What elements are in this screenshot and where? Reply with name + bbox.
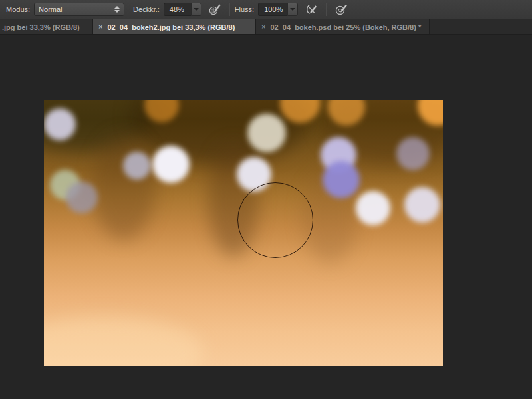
document-tab[interactable]: ×02_04_bokeh2.jpg bei 33,3% (RGB/8): [93, 19, 256, 35]
tablet-pressure-size-icon[interactable]: [333, 1, 349, 17]
tab-label: 02_04_bokeh2.jpg bei 33,3% (RGB/8): [107, 23, 235, 31]
mode-label: Modus:: [6, 5, 30, 13]
bokeh-light-circle: [323, 161, 360, 198]
bokeh-light-circle: [247, 114, 286, 152]
bokeh-light-circle: [123, 152, 151, 180]
tablet-pressure-opacity-icon[interactable]: [207, 1, 223, 17]
bokeh-light-circle: [66, 182, 98, 213]
opacity-label: Deckkr.:: [133, 5, 160, 13]
flow-dropdown-button[interactable]: [287, 3, 298, 16]
tab-close-icon[interactable]: ×: [98, 23, 102, 31]
document-tabbar: .jpg bei 33,3% (RGB/8)×02_04_bokeh2.jpg …: [0, 19, 532, 35]
bokeh-light-circle: [404, 187, 440, 223]
opacity-value: 48%: [170, 5, 184, 13]
tab-label: .jpg bei 33,3% (RGB/8): [2, 23, 80, 31]
chevron-updown-icon: [114, 6, 120, 13]
bokeh-photo-shadow: [92, 134, 156, 240]
blend-mode-value: Normal: [39, 5, 114, 13]
flow-label: Fluss:: [235, 5, 254, 13]
document-tab[interactable]: .jpg bei 33,3% (RGB/8): [0, 19, 93, 35]
brush-cursor: [237, 182, 313, 258]
flow-value: 100%: [264, 5, 283, 13]
blend-mode-select[interactable]: Normal: [34, 3, 124, 16]
bokeh-light-circle: [396, 137, 430, 170]
toolbar-divider: [326, 3, 327, 16]
tab-label: 02_04_bokeh.psd bei 25% (Bokeh, RGB/8) *: [270, 23, 421, 31]
chevron-down-icon: [194, 8, 199, 11]
bokeh-light-circle: [44, 108, 76, 140]
toolbar-divider: [229, 3, 230, 16]
chevron-down-icon: [290, 8, 295, 11]
opacity-dropdown-button[interactable]: [191, 3, 201, 16]
flow-input[interactable]: 100%: [258, 3, 287, 16]
document-tab[interactable]: ×02_04_bokeh.psd bei 25% (Bokeh, RGB/8) …: [256, 19, 430, 35]
opacity-input[interactable]: 48%: [164, 3, 191, 16]
document-canvas-image[interactable]: [44, 100, 443, 366]
bokeh-light-circle: [152, 146, 190, 183]
bokeh-light-circle: [356, 191, 390, 225]
airbrush-icon[interactable]: [303, 1, 319, 17]
tab-close-icon[interactable]: ×: [261, 23, 265, 31]
brush-options-toolbar: Modus: Normal Deckkr.: 48% Fluss: 100%: [0, 0, 532, 19]
